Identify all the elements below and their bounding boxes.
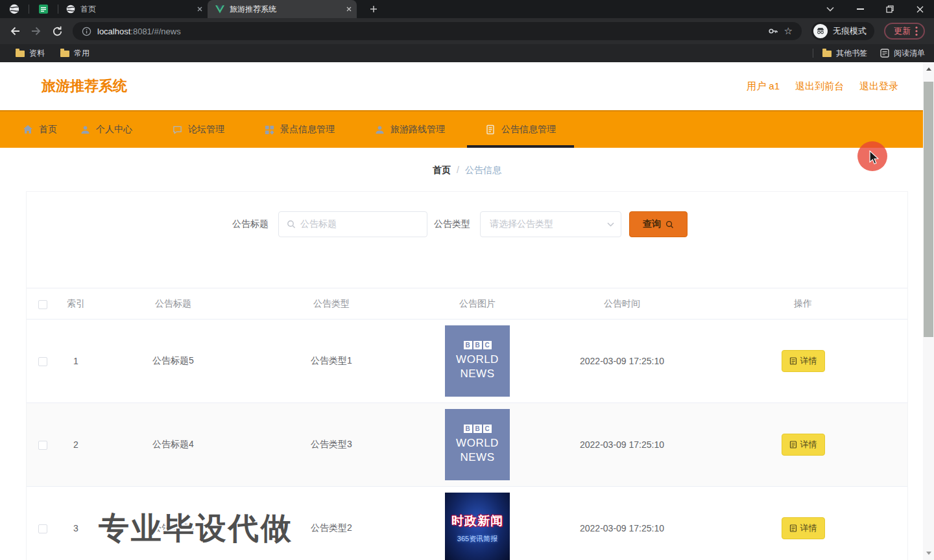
nav-item-forum-management[interactable]: 论坛管理 [173,111,224,148]
search-icon [287,220,296,229]
nav-label: 个人中心 [96,124,132,135]
url-host: localhost [97,27,130,36]
restore-button[interactable] [885,4,895,14]
chat-icon [173,125,182,135]
title-input-placeholder: 公告标题 [300,218,337,230]
shizheng-title: 时政新闻 [451,513,503,530]
nav-label: 景点信息管理 [280,124,335,135]
globe-icon [66,5,75,14]
document-icon [485,124,496,135]
scroll-down-button[interactable] [923,548,934,559]
detail-button-label: 详情 [800,522,817,534]
row-index: 3 [59,487,93,560]
browser-tab-bar: 首页 旅游推荐系统 [0,0,934,18]
incognito-label: 无痕模式 [833,25,867,37]
bbc-logo-blocks: BBC [464,425,492,433]
forward-button[interactable] [30,25,42,37]
close-window-button[interactable] [915,4,925,14]
bbc-word: WORLD [456,353,499,367]
pinned-tab-browser[interactable] [0,0,29,18]
bookmark-folder-changyong[interactable]: 常用 [60,48,90,59]
reload-button[interactable] [52,26,63,37]
nav-item-attraction-management[interactable]: 景点信息管理 [265,111,335,148]
scroll-up-icon [926,67,931,71]
minimize-button[interactable] [855,4,865,14]
row-checkbox[interactable] [38,524,47,533]
detail-button[interactable]: 详情 [782,517,825,539]
nav-item-home[interactable]: 首页 [23,111,57,148]
other-bookmarks-label: 其他书签 [836,48,867,59]
detail-button-label: 详情 [800,355,817,367]
update-browser-button[interactable]: 更新 [884,23,925,40]
mouse-cursor-icon [868,150,881,165]
announcement-image-bbc: BBC WORLD NEWS [445,409,510,480]
bookmark-folder-ziliao[interactable]: 资料 [16,48,45,59]
menu-kebab-icon[interactable] [915,26,918,36]
nav-item-personal-center[interactable]: 个人中心 [80,111,132,148]
column-header-image: 公告图片 [409,288,545,320]
detail-button[interactable]: 详情 [782,350,825,372]
select-all-checkbox[interactable] [38,300,47,309]
new-tab-button[interactable] [366,1,381,17]
nav-item-route-management[interactable]: 旅游路线管理 [375,111,445,148]
breadcrumb-separator: / [457,165,459,178]
tab-home[interactable]: 首页 [58,0,208,18]
row-time: 2022-03-09 17:25:10 [545,487,699,560]
user-account-link[interactable]: 用户 a1 [747,80,780,93]
site-info-icon[interactable] [82,27,91,36]
site-logo-title[interactable]: 旅游推荐系统 [42,76,127,96]
close-tab-icon[interactable] [346,6,352,12]
tab-title: 首页 [80,4,192,15]
scroll-up-button[interactable] [923,64,934,75]
title-field-label: 公告标题 [232,218,269,230]
close-icon [916,6,924,13]
chevron-down-icon [607,222,614,227]
document-icon [789,441,797,449]
row-checkbox[interactable] [38,441,47,450]
reading-list-button[interactable]: 阅读清单 [880,48,925,59]
query-button-label: 查询 [643,218,661,230]
bbc-word: WORLD [456,436,499,450]
content-card: 公告标题 公告标题 公告类型 请选择公告类型 查询 [26,191,908,560]
row-checkbox[interactable] [38,357,47,366]
announcement-image-bbc: BBC WORLD NEWS [445,325,510,397]
bookmarks-divider [813,49,813,58]
page-scrollbar[interactable] [923,62,934,560]
row-type: 公告类型3 [254,403,409,487]
folder-icon [16,51,25,57]
bookmark-star-icon[interactable]: ☆ [784,25,793,37]
url-text: localhost:8081/#/news [97,27,181,36]
password-key-icon[interactable] [768,26,778,36]
row-time: 2022-03-09 17:25:10 [545,403,699,487]
tab-search-button[interactable] [825,4,835,14]
plus-icon [370,5,377,13]
logout-link[interactable]: 退出登录 [859,80,898,93]
shizheng-subtitle: 365资讯简报 [457,534,497,544]
bookmark-label: 常用 [74,48,90,59]
detail-button[interactable]: 详情 [782,434,825,456]
detail-button-label: 详情 [800,439,817,450]
restore-icon [886,5,894,13]
query-button[interactable]: 查询 [629,211,688,237]
nav-item-announcement-management[interactable]: 公告信息管理 [485,111,556,148]
announcement-type-select[interactable]: 请选择公告类型 [480,211,621,237]
table-row: 1 公告标题5 公告类型1 BBC WORLD NEWS 2022-03-09 … [27,320,907,403]
bbc-word: NEWS [461,367,495,381]
back-button[interactable] [9,25,21,37]
breadcrumb-home[interactable]: 首页 [433,165,451,178]
row-title: 公告标题5 [93,320,254,403]
address-bar[interactable]: localhost:8081/#/news ☆ [73,22,802,40]
announcement-title-input[interactable]: 公告标题 [278,211,427,237]
nav-label: 公告信息管理 [501,124,556,135]
search-icon [665,220,674,229]
exit-to-front-link[interactable]: 退出到前台 [795,80,844,93]
nav-label: 论坛管理 [188,124,224,135]
update-label: 更新 [894,25,911,37]
grid-icon [265,125,274,135]
web-page: 旅游推荐系统 用户 a1 退出到前台 退出登录 首页 个人中心 论坛管理 [0,62,934,560]
pinned-tab-sheets[interactable] [29,0,58,18]
tab-travel-system[interactable]: 旅游推荐系统 [208,0,357,18]
other-bookmarks-button[interactable]: 其他书签 [822,48,867,59]
scrollbar-thumb[interactable] [924,82,933,337]
close-tab-icon[interactable] [197,6,202,12]
